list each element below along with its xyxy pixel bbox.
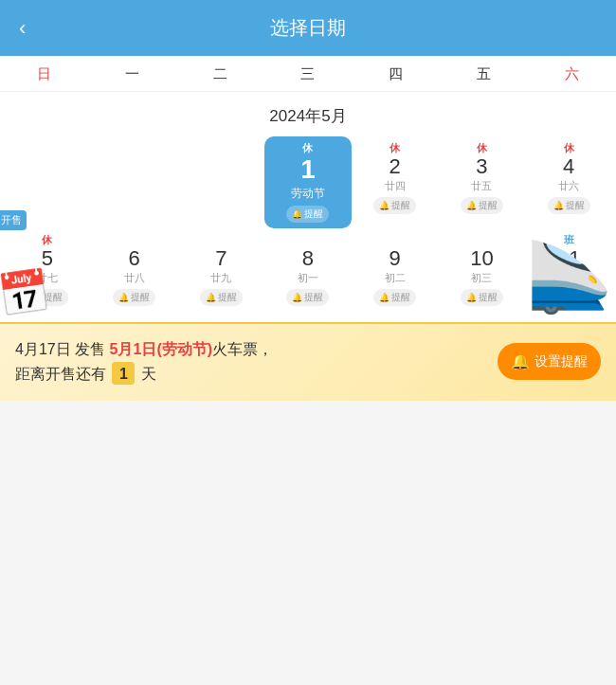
bell-icon: 🔔 <box>553 201 564 210</box>
banner-line2: 距离开售还有 1 天 <box>15 362 486 387</box>
set-remind-button[interactable]: 🔔 设置提醒 <box>498 343 601 380</box>
header: ‹ 选择日期 <box>0 0 616 56</box>
weekday-sat: 六 <box>528 65 616 83</box>
day-num-10: 10 <box>470 247 493 270</box>
day-2[interactable]: 休 2 廿四 🔔 提醒 <box>352 136 439 228</box>
bell-icon: 🔔 <box>466 293 477 302</box>
clock-icon: 🔔 <box>511 352 530 370</box>
remind-label: 提醒 <box>304 291 323 304</box>
day-num-9: 9 <box>390 247 401 270</box>
weekday-sun: 日 <box>0 65 88 83</box>
remind-btn-10[interactable]: 🔔 提醒 <box>461 289 503 306</box>
day-6[interactable]: 6 廿八 🔔 提醒 <box>91 228 178 312</box>
remind-btn-6[interactable]: 🔔 提醒 <box>113 289 155 306</box>
calendar-area: 2024年5月 休 1 劳动节 🔔 提醒 休 2 廿四 🔔 提醒 <box>0 92 616 401</box>
month-label: 2024年5月 <box>0 92 616 136</box>
banner-text-area: 4月17日 发售 5月1日(劳动节)火车票， 距离开售还有 1 天 <box>15 337 486 386</box>
empty-cell <box>177 136 264 228</box>
lunar-3: 廿五 <box>471 179 492 193</box>
remind-label: 提醒 <box>566 199 585 212</box>
remind-label: 提醒 <box>391 199 410 212</box>
banner-text1: 4月17日 发售 <box>15 341 110 357</box>
bell-icon: 🔔 <box>379 293 390 302</box>
weekday-fri: 五 <box>440 65 528 83</box>
lunar-4: 廿六 <box>558 179 579 193</box>
back-button[interactable]: ‹ <box>19 16 26 41</box>
page-title: 选择日期 <box>270 15 346 41</box>
day-num-4: 4 <box>563 155 574 178</box>
holiday-tag-1: 休 <box>302 140 313 155</box>
bell-icon: 🔔 <box>379 201 390 210</box>
sale-banner: 4月17日 发售 5月1日(劳动节)火车票， 距离开售还有 1 天 🔔 设置提醒 <box>0 322 616 401</box>
bell-icon: 🔔 <box>466 201 477 210</box>
remind-btn-7[interactable]: 🔔 提醒 <box>200 289 243 306</box>
bell-icon: 🔔 <box>118 293 129 302</box>
holiday-tag-4: 休 <box>564 140 574 155</box>
banner-highlight: 5月1日(劳动节) <box>110 341 212 357</box>
day-4[interactable]: 休 4 廿六 🔔 提醒 <box>525 136 612 228</box>
remind-label: 提醒 <box>391 291 410 304</box>
days-badge: 1 <box>112 362 135 385</box>
banner-text2: 火车票， <box>212 341 273 357</box>
bell-icon: 🔔 <box>292 293 302 302</box>
day-1[interactable]: 休 1 劳动节 🔔 提醒 <box>264 136 352 228</box>
day-8[interactable]: 8 初一 🔔 提醒 <box>264 228 352 312</box>
lunar-7: 廿九 <box>210 271 231 285</box>
day-num-6: 6 <box>128 247 139 270</box>
remind-btn-3[interactable]: 🔔 提醒 <box>461 197 503 214</box>
lunar-1: 劳动节 <box>291 186 325 202</box>
empty-cell <box>91 136 178 228</box>
day-7[interactable]: 7 廿九 🔔 提醒 <box>177 228 264 312</box>
holiday-tag-3: 休 <box>477 140 487 155</box>
weekday-wed: 三 <box>264 65 353 83</box>
lunar-6: 廿八 <box>124 271 145 285</box>
day-num-8: 8 <box>302 247 314 270</box>
remind-btn-9[interactable]: 🔔 提醒 <box>373 289 416 306</box>
train-sticker: 🚄 <box>527 237 612 317</box>
remind-label: 提醒 <box>479 199 498 212</box>
day-num-1: 1 <box>300 155 316 185</box>
remind-label: 提醒 <box>304 207 323 221</box>
remind-btn-8[interactable]: 🔔 提醒 <box>286 289 329 306</box>
weekday-row: 日 一 二 三 四 五 六 <box>0 56 616 92</box>
weekday-mon: 一 <box>88 65 176 83</box>
day-10[interactable]: 10 初三 🔔 提醒 <box>439 228 526 312</box>
weekday-tue: 二 <box>176 65 264 83</box>
remind-btn-1[interactable]: 🔔 提醒 <box>286 206 329 223</box>
lunar-8: 初一 <box>298 271 318 285</box>
calendar-sticker: 📅 <box>0 265 53 321</box>
banner-text4: 天 <box>141 366 156 382</box>
bell-icon: 🔔 <box>206 293 216 302</box>
remind-label: 提醒 <box>131 291 150 304</box>
remind-btn-2[interactable]: 🔔 提醒 <box>373 197 416 214</box>
banner-btn-label: 设置提醒 <box>534 353 588 370</box>
day-num-3: 3 <box>476 155 487 178</box>
remind-label: 提醒 <box>479 291 498 304</box>
remind-label: 提醒 <box>218 291 237 304</box>
holiday-tag-2: 休 <box>390 140 400 155</box>
day-3[interactable]: 休 3 廿五 🔔 提醒 <box>439 136 526 228</box>
banner-line1: 4月17日 发售 5月1日(劳动节)火车票， <box>15 337 486 362</box>
open-sale-tag: 开售 <box>0 210 27 230</box>
lunar-9: 初二 <box>385 271 406 285</box>
weekday-thu: 四 <box>352 65 440 83</box>
lunar-10: 初三 <box>471 271 492 285</box>
day-9[interactable]: 9 初二 🔔 提醒 <box>352 228 439 312</box>
remind-btn-4[interactable]: 🔔 提醒 <box>548 197 590 214</box>
day-num-2: 2 <box>390 155 401 178</box>
day-num-7: 7 <box>215 247 226 270</box>
holiday-tag-5: 休 <box>42 232 52 247</box>
bell-icon: 🔔 <box>292 209 302 219</box>
lunar-2: 廿四 <box>385 179 406 193</box>
banner-text3: 距离开售还有 <box>15 366 106 382</box>
